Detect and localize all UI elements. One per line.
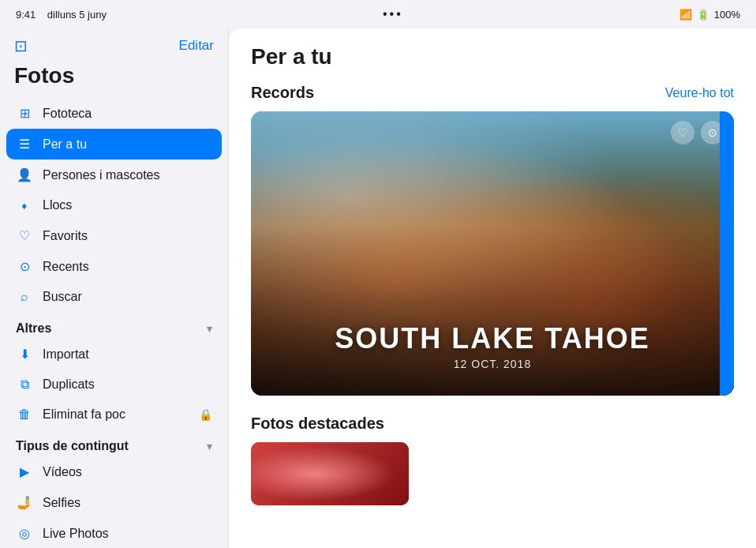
favorits-icon: ♡ (16, 228, 33, 243)
sidebar-label-importat: Importat (43, 347, 89, 362)
battery-percent: 100% (714, 9, 740, 21)
status-time-date: 9:41 dilluns 5 juny (16, 9, 107, 21)
fototeca-icon: ⊞ (16, 106, 33, 121)
sidebar-item-videos[interactable]: ▶ Vídeos (6, 456, 222, 487)
status-indicators: 📶 🔋 100% (679, 9, 740, 21)
records-section-header: Records Veure-ho tot (251, 84, 734, 102)
featured-thumb-bg (251, 442, 409, 505)
sidebar-edit-button[interactable]: Editar (179, 38, 214, 54)
recents-icon: ⊙ (16, 259, 33, 274)
sidebar-header: ⊡ Editar (0, 28, 228, 60)
sidebar-label-selfies: Selfies (43, 496, 80, 510)
altres-label: Altres (16, 321, 51, 336)
sidebar-item-buscar[interactable]: ⌕ Buscar (6, 282, 222, 312)
eliminat-icon: 🗑 (16, 407, 33, 422)
buscar-icon: ⌕ (16, 290, 33, 304)
featured-thumbnail[interactable] (251, 442, 409, 505)
favorite-button[interactable]: ♡ (671, 121, 694, 145)
selfies-icon: 🤳 (16, 495, 33, 510)
status-dots: ••• (383, 7, 403, 21)
sidebar: ⊡ Editar Fotos ⊞ Fototeca ☰ Per a tu 👤 P… (0, 28, 229, 548)
lock-icon: 🔒 (199, 408, 212, 421)
section-header-tipus[interactable]: Tipus de contingut ▾ (6, 430, 222, 456)
section-header-altres[interactable]: Altres ▾ (6, 312, 222, 339)
sidebar-items-list: ⊞ Fototeca ☰ Per a tu 👤 Persones i masco… (0, 98, 228, 548)
memory-card-title: SOUTH LAKE TAHOE (276, 323, 709, 355)
sidebar-label-eliminat: Eliminat fa poc (43, 407, 125, 422)
sidebar-item-recents[interactable]: ⊙ Recents (6, 251, 222, 282)
status-time: 9:41 (16, 9, 36, 21)
sidebar-item-live-photos[interactable]: ◎ Live Photos (6, 518, 222, 548)
sidebar-label-persones: Persones i mascotes (43, 168, 160, 182)
status-bar: 9:41 dilluns 5 juny ••• 📶 🔋 100% (0, 0, 756, 28)
featured-section: Fotos destacades (251, 415, 734, 505)
memory-card[interactable]: ♡ ⊙ SOUTH LAKE TAHOE 12 OCT. 2018 (251, 111, 734, 396)
persones-icon: 👤 (16, 167, 33, 182)
sidebar-label-duplicats: Duplicats (43, 377, 95, 392)
records-label: Records (251, 84, 314, 102)
sidebar-item-per-a-tu[interactable]: ☰ Per a tu (6, 129, 222, 160)
side-strip (720, 111, 734, 396)
altres-chevron: ▾ (207, 323, 212, 335)
memory-card-actions: ♡ ⊙ (671, 121, 724, 145)
see-all-button[interactable]: Veure-ho tot (665, 86, 734, 100)
memory-card-title-area: SOUTH LAKE TAHOE 12 OCT. 2018 (260, 323, 724, 386)
tipus-chevron: ▾ (207, 441, 212, 452)
app-container: ⊡ Editar Fotos ⊞ Fototeca ☰ Per a tu 👤 P… (0, 28, 756, 548)
sidebar-label-favorits: Favorits (43, 229, 88, 243)
sidebar-item-fototeca[interactable]: ⊞ Fototeca (6, 98, 222, 129)
sidebar-label-buscar: Buscar (43, 290, 82, 304)
sidebar-item-eliminat[interactable]: 🗑 Eliminat fa poc 🔒 (6, 400, 222, 430)
live-photos-icon: ◎ (16, 526, 33, 541)
wifi-icon: 📶 (679, 9, 692, 21)
memory-card-overlay: ♡ ⊙ SOUTH LAKE TAHOE 12 OCT. 2018 (251, 111, 734, 396)
llocs-icon: ⬧ (16, 198, 33, 212)
tipus-label: Tipus de contingut (16, 439, 129, 453)
per-a-tu-icon: ☰ (16, 137, 33, 152)
videos-icon: ▶ (16, 464, 33, 479)
sidebar-item-duplicats[interactable]: ⧉ Duplicats (6, 370, 222, 400)
featured-label: Fotos destacades (251, 415, 384, 433)
sidebar-toggle-icon[interactable]: ⊡ (14, 36, 28, 55)
sidebar-label-videos: Vídeos (43, 465, 82, 479)
page-title: Per a tu (251, 44, 734, 69)
sidebar-label-per-a-tu: Per a tu (43, 137, 87, 152)
sidebar-label-fototeca: Fototeca (43, 107, 92, 121)
featured-section-header: Fotos destacades (251, 415, 734, 433)
sidebar-item-importat[interactable]: ⬇ Importat (6, 339, 222, 370)
main-content: Per a tu Records Veure-ho tot ♡ ⊙ SOUTH … (229, 28, 756, 548)
duplicats-icon: ⧉ (16, 377, 33, 392)
battery-icon: 🔋 (697, 9, 709, 21)
sidebar-title: Fotos (0, 60, 228, 98)
memory-card-date: 12 OCT. 2018 (276, 358, 709, 370)
sidebar-item-llocs[interactable]: ⬧ Llocs (6, 190, 222, 220)
status-date: dilluns 5 juny (47, 9, 107, 21)
sidebar-item-selfies[interactable]: 🤳 Selfies (6, 487, 222, 518)
sidebar-label-live-photos: Live Photos (43, 527, 109, 541)
sidebar-label-recents: Recents (43, 260, 89, 274)
importat-icon: ⬇ (16, 347, 33, 362)
sidebar-item-persones[interactable]: 👤 Persones i mascotes (6, 160, 222, 190)
sidebar-label-llocs: Llocs (43, 198, 72, 212)
sidebar-item-favorits[interactable]: ♡ Favorits (6, 220, 222, 251)
